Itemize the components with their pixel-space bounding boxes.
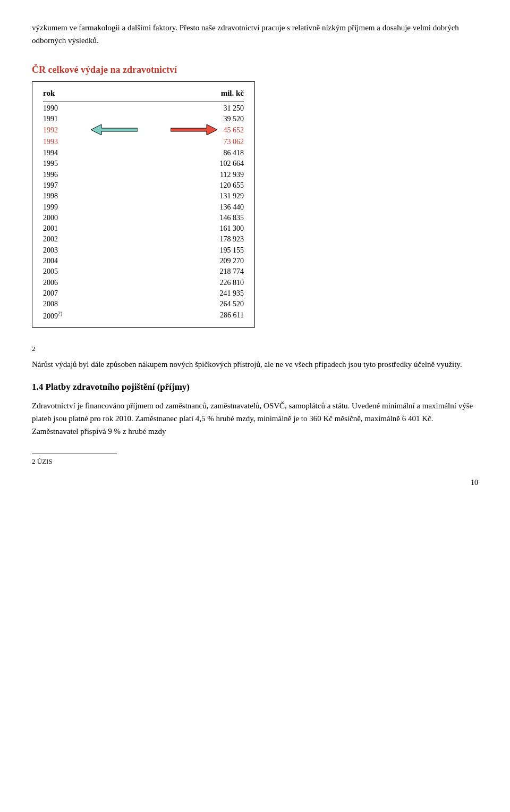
page-number-text: 10	[471, 479, 478, 487]
table-row: 199245 652	[43, 124, 244, 136]
row-year: 1993	[43, 137, 86, 147]
row-year: 2008	[43, 299, 86, 309]
table-row: 2003195 155	[43, 245, 244, 256]
row-year: 1992	[43, 125, 86, 136]
table-row: 1997120 655	[43, 180, 244, 191]
row-year: 1990	[43, 103, 86, 114]
table-row: 2007241 935	[43, 288, 244, 299]
table-row: 1995102 664	[43, 158, 244, 169]
expenditure-table-section: ČR celkové výdaje na zdravotnictví rok m…	[32, 63, 478, 328]
table-row: 2006226 810	[43, 278, 244, 288]
page-number: 10	[32, 477, 478, 488]
row-value: 136 440	[191, 202, 244, 213]
row-year: 2006	[43, 278, 86, 288]
row-year: 2001	[43, 223, 86, 234]
row-year: 1994	[43, 148, 86, 158]
row-value: 73 062	[191, 137, 244, 147]
section-paragraph: Zdravotnictví je financováno příjmem od …	[32, 399, 478, 438]
row-value: 178 923	[191, 234, 244, 245]
table-row: 2001161 300	[43, 223, 244, 234]
table-title: ČR celkové výdaje na zdravotnictví	[32, 63, 478, 77]
table-row: 2008264 520	[43, 299, 244, 309]
row-value: 120 655	[191, 180, 244, 191]
footnote-number-block: 2	[32, 344, 478, 354]
para2-text: Zdravotnictví je financováno příjmem od …	[32, 401, 473, 436]
table-row: 1998131 929	[43, 191, 244, 202]
left-arrow-icon	[91, 124, 138, 135]
footnote-label: 2 ÚZIS	[32, 457, 53, 465]
table-row: 1999136 440	[43, 202, 244, 213]
svg-marker-0	[91, 124, 138, 135]
row-value: 264 520	[191, 299, 244, 309]
row-year: 2007	[43, 288, 86, 299]
row-year: 2004	[43, 256, 86, 266]
row-year: 1996	[43, 170, 86, 180]
row-year: 1991	[43, 114, 86, 124]
row-year: 20092)	[43, 310, 86, 322]
row-value: 218 774	[191, 266, 244, 277]
row-value: 226 810	[191, 278, 244, 288]
row-value: 86 418	[191, 148, 244, 158]
svg-marker-1	[171, 124, 217, 135]
table-row: 199139 520	[43, 114, 244, 124]
row-year: 1999	[43, 202, 86, 213]
table-row: 2004209 270	[43, 256, 244, 266]
row-year: 1997	[43, 180, 86, 191]
row-year: 1995	[43, 158, 86, 169]
row-year: 1998	[43, 191, 86, 202]
row-value: 112 939	[191, 170, 244, 180]
paragraph-after-table: Nárůst výdajů byl dále způsoben nákupem …	[32, 358, 478, 371]
row-year: 2000	[43, 213, 86, 223]
row-value: 195 155	[191, 245, 244, 256]
table-row: 199031 250	[43, 103, 244, 114]
row-value: 241 935	[191, 288, 244, 299]
row-year: 2003	[43, 245, 86, 256]
table-title-text: ČR celkové výdaje na zdravotnictví	[32, 64, 177, 75]
footnote-number: 2	[32, 345, 36, 353]
arrow-container-2	[86, 136, 191, 148]
section-heading-text: 1.4 Platby zdravotního pojištění (příjmy…	[32, 382, 190, 392]
row-value: 39 520	[191, 114, 244, 124]
table-row: 199486 418	[43, 148, 244, 158]
row-year: 2005	[43, 266, 86, 277]
arrow-container	[86, 124, 191, 136]
table-row: 20092)286 611	[43, 310, 244, 322]
col-value-header: mil. kč	[191, 87, 244, 99]
intro-text: výzkumem ve farmakologii a dalšími fakto…	[32, 23, 459, 45]
row-value: 161 300	[191, 223, 244, 234]
intro-paragraph: výzkumem ve farmakologii a dalšími fakto…	[32, 21, 478, 47]
row-year: 2002	[43, 234, 86, 245]
footnote-area: 2 ÚZIS	[32, 454, 117, 467]
table-header: rok mil. kč	[43, 87, 244, 102]
table-row: 2002178 923	[43, 234, 244, 245]
table-row: 199373 062	[43, 136, 244, 148]
table-row: 2000146 835	[43, 213, 244, 223]
table-row: 1996112 939	[43, 170, 244, 180]
table-row: 2005218 774	[43, 266, 244, 277]
col-year-header: rok	[43, 87, 86, 99]
row-value: 146 835	[191, 213, 244, 223]
row-value: 102 664	[191, 158, 244, 169]
row-value: 31 250	[191, 103, 244, 114]
row-value: 286 611	[191, 310, 244, 322]
para1-text: Nárůst výdajů byl dále způsoben nákupem …	[32, 360, 462, 369]
section-heading: 1.4 Platby zdravotního pojištění (příjmy…	[32, 380, 478, 394]
right-arrow-icon	[171, 124, 217, 135]
row-value: 131 929	[191, 191, 244, 202]
table-rows: 199031 250199139 520199245 652199373 062…	[43, 103, 244, 322]
row-value: 209 270	[191, 256, 244, 266]
data-table: rok mil. kč 199031 250199139 520199245 6…	[32, 81, 255, 328]
